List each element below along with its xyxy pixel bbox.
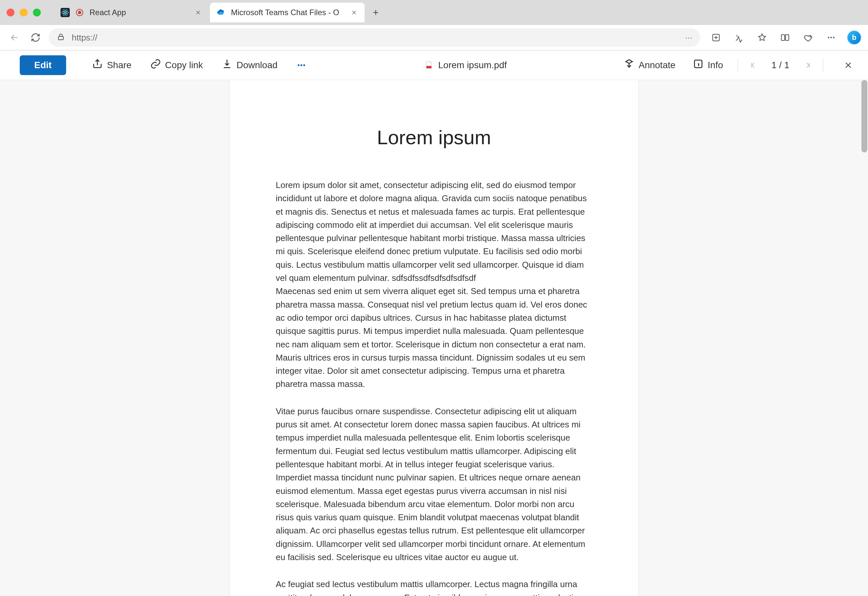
more-url-icon[interactable]: ··· [685,33,692,43]
copy-link-button[interactable]: Copy link [144,55,209,75]
edit-button[interactable]: Edit [20,55,66,75]
download-label: Download [236,60,278,71]
document-area[interactable]: Lorem ipsum Lorem ipsum dolor sit amet, … [0,80,868,596]
info-icon [692,58,704,72]
back-button[interactable] [7,30,22,46]
maximize-window-button[interactable] [33,9,41,16]
next-page-button[interactable] [801,59,814,72]
svg-point-6 [78,11,81,14]
share-icon [92,58,103,72]
annotate-button[interactable]: Annotate [618,55,681,75]
minimize-window-button[interactable] [20,9,28,16]
close-tab-button[interactable] [350,9,358,16]
document-title: Lorem ipsum [276,126,592,149]
annotate-icon [623,58,635,72]
scrollbar-thumb[interactable] [861,80,867,152]
paragraph: Lorem ipsum dolor sit amet, consectetur … [276,179,592,284]
page-indicator: 1 / 1 [765,60,796,71]
download-icon [221,58,233,72]
paragraph: Maecenas sed enim ut sem viverra aliquet… [276,284,592,390]
svg-rect-10 [785,35,789,40]
link-icon [150,58,161,72]
info-button[interactable]: Info [687,55,729,75]
close-tab-button[interactable] [194,9,202,16]
more-actions-button[interactable] [290,56,313,74]
tab-title: Microsoft Teams Chat Files - O [231,8,345,17]
onedrive-icon [217,8,226,17]
share-label: Share [107,60,131,71]
copy-link-label: Copy link [165,60,203,71]
pdf-file-icon [424,60,434,70]
read-aloud-icon[interactable] [732,30,746,45]
tab-react-app[interactable]: React App [54,3,209,22]
menu-icon[interactable]: ··· [824,30,838,45]
address-bar[interactable]: https:// ··· [49,28,700,47]
refresh-button[interactable] [28,30,43,46]
scrollbar[interactable] [861,80,867,596]
divider [823,59,823,72]
recording-icon [75,8,84,17]
svg-rect-9 [781,35,785,40]
url-text: https:// [72,33,679,43]
favorites-icon[interactable] [755,30,769,45]
tab-title: React App [90,8,189,17]
download-button[interactable]: Download [216,55,283,75]
page: Lorem ipsum Lorem ipsum dolor sit amet, … [229,80,639,596]
svg-point-12 [300,64,303,66]
window-controls[interactable] [7,9,41,16]
info-label: Info [708,60,723,71]
collections-icon[interactable] [801,30,815,45]
react-icon [61,8,70,17]
share-button[interactable]: Share [86,55,137,75]
svg-point-1 [65,12,66,13]
viewer-toolbar: Edit Share Copy link Download Lorem ipsu… [0,50,868,80]
file-name: Lorem ipsum.pdf [438,60,507,71]
svg-point-13 [303,64,306,66]
extensions-icon[interactable] [709,30,723,45]
svg-rect-7 [58,37,63,40]
close-viewer-button[interactable] [842,59,855,72]
tab-onedrive[interactable]: Microsoft Teams Chat Files - O [210,3,365,22]
divider [738,59,738,72]
svg-point-11 [298,64,300,66]
paragraph: Ac feugiat sed lectus vestibulum mattis … [276,578,592,596]
svg-rect-14 [427,66,431,68]
annotate-label: Annotate [639,60,676,71]
new-tab-button[interactable] [368,4,384,21]
prev-page-button[interactable] [747,59,760,72]
close-window-button[interactable] [7,9,15,16]
bing-chat-icon[interactable]: b [847,30,861,45]
paragraph: Vitae purus faucibus ornare suspendisse.… [276,405,592,564]
lock-icon [57,33,65,43]
split-screen-icon[interactable] [778,30,792,45]
